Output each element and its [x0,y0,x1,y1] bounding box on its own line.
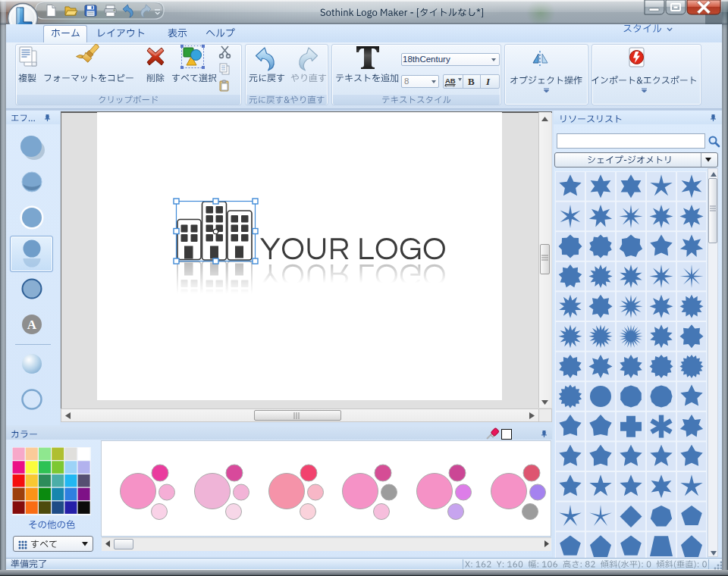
svg-text:AB: AB [445,77,456,85]
svg-text:A: A [27,318,37,332]
svg-text:B: B [468,76,475,87]
svg-text:I: I [485,76,491,87]
